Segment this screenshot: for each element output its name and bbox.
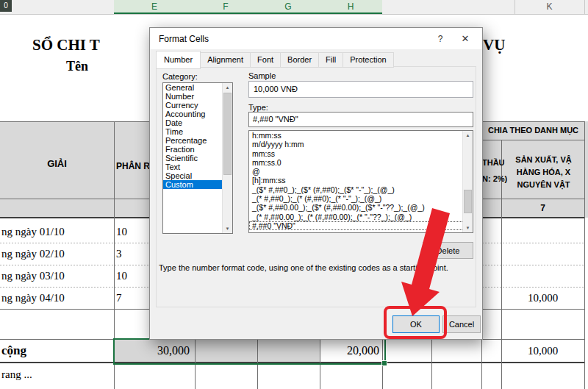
category-label: Category: [162,72,198,81]
header-column-number: 7 [501,203,584,213]
format-code-item[interactable]: mm:ss [249,149,473,158]
scrollbar[interactable]: ▲ ▼ [462,131,473,232]
gridline [584,0,585,14]
category-listbox[interactable]: ▲ ▼ GeneralNumberCurrencyAccountingDateT… [162,82,233,234]
header-text-line: HÀNG HÓA, X [503,166,584,179]
row-value: 7 [116,287,122,309]
row-date: ng ngày 03/10 [1,265,65,287]
sheet-footer-text: rang ... [1,363,32,385]
format-code-item[interactable]: h:mm:ss [249,131,473,140]
dialog-title-bar: Format Cells ? ✕ [150,28,482,49]
format-code-item[interactable]: @ [249,167,473,176]
header-group-title: CHIA THEO DANH MỤC [481,126,585,135]
gridline [584,121,585,389]
format-code-item[interactable]: _(* #,##0_);_(* (#,##0);_(* "-"_);_(@_) [249,194,473,203]
corner-cell: 0 [0,0,12,12]
format-code-item[interactable]: _(* #,##0.00_);_(* (#,##0.00);_(* "-"??_… [249,213,473,221]
sheet-title-right: VỤ [483,36,505,54]
dialog-tab[interactable]: Protection [343,52,394,68]
scroll-up-icon[interactable]: ▲ [223,83,232,92]
format-code-item[interactable]: _($* #,##0.00_);_($* (#,##0.00);_($* "-"… [249,203,473,212]
dialog-tab[interactable]: Alignment [201,52,251,68]
sample-preview-box: 10,000 VNĐ [248,81,473,98]
sheet-title-left: SỔ CHI T [32,36,100,54]
scroll-down-icon[interactable]: ▼ [463,224,473,232]
row-right-value: 10,000 [501,287,584,309]
format-cells-dialog: Format Cells ? ✕ NumberAlignmentFontBord… [149,27,483,340]
dialog-help-text: Type the number format code, using one o… [159,263,470,272]
help-icon[interactable]: ? [435,34,445,44]
header-sub-right: SẢN XUẤT, VẬHÀNG HÓA, XNGUYÊN VẬT [503,154,584,191]
format-code-item[interactable]: mm:ss.0 [249,158,473,167]
delete-button[interactable]: Delete [423,242,473,259]
cancel-button[interactable]: Cancel [442,315,481,333]
row-value: 10 [116,265,127,287]
dialog-tabs: NumberAlignmentFontBorderFillProtection [156,51,394,68]
total-row-label: cộng [1,340,26,362]
row-date: ng ngày 04/10 [1,287,65,309]
fill-handle[interactable] [381,360,387,366]
header-text-line: SẢN XUẤT, VẬ [503,154,584,166]
total-right-value[interactable]: 10,000 [501,340,584,362]
cell-selection-border [113,338,386,365]
row-date: ng ngày 01/10 [1,221,65,243]
column-header[interactable]: H [332,0,369,14]
scroll-up-icon[interactable]: ▲ [463,131,473,140]
row-value: 10 [116,221,127,243]
sample-value: 10,000 VNĐ [254,82,298,97]
column-letters: EFGH [114,0,382,14]
format-code-item[interactable]: m/d/yyyy h:mm [249,140,473,149]
dialog-tab[interactable]: Number [156,51,201,69]
column-header[interactable]: G [270,0,306,14]
column-header-k[interactable]: K [514,0,584,14]
format-code-listbox[interactable]: ▲ ▼ h:mm:ssm/d/yyyy h:mmmm:ssmm:ss.0@[h]… [248,130,473,233]
scrollbar-thumb[interactable] [464,190,472,213]
scrollbar-thumb[interactable] [223,93,232,175]
gridline [481,140,585,140]
header-text-line: NGUYÊN VẬT [503,179,584,191]
scroll-down-icon[interactable]: ▼ [223,224,232,233]
format-code-item[interactable]: _($* #,##0_);_($* (#,##0);_($* "-"_);_(@… [249,185,473,194]
dialog-tab[interactable]: Font [251,52,281,68]
header-mid-column: PHÂN R [116,161,150,171]
dialog-tab[interactable]: Border [281,52,319,68]
scrollbar[interactable]: ▲ ▼ [222,83,232,233]
format-code-item[interactable]: [h]:mm:ss [249,176,473,185]
sheet-subtitle: Tên [66,59,88,74]
close-icon[interactable]: ✕ [459,33,471,44]
column-header[interactable]: F [207,0,244,14]
sample-label: Sample [248,71,276,80]
type-input[interactable]: #,##0 "VNĐ" [248,112,473,127]
type-label: Type: [248,103,268,112]
row-value: 3 [116,243,122,265]
excel-window: 0 EFGH K SỔ CHI T VỤ Tên GIẢI PHÂN R CHI… [0,0,588,389]
type-input-value: #,##0 "VNĐ" [253,113,298,126]
ok-button[interactable]: OK [392,315,440,333]
format-code-item[interactable]: #,##0 "VNĐ" [249,221,473,230]
dialog-title: Format Cells [159,34,209,44]
column-header[interactable]: E [136,0,173,14]
header-desc-column: GIẢI [0,158,114,169]
row-date: ng ngày 02/10 [1,243,65,265]
dialog-tab[interactable]: Fill [319,52,343,68]
